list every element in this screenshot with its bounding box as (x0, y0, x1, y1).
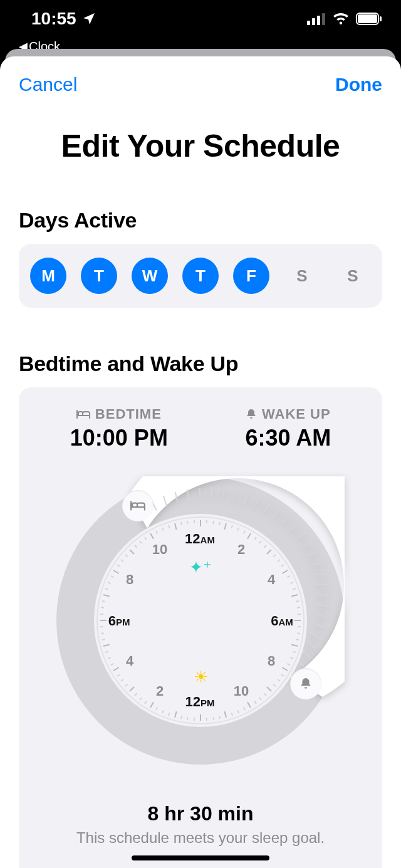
wake-label: WAKE UP (262, 406, 331, 422)
face-12pm: 12PM (185, 694, 215, 710)
location-icon (81, 11, 96, 26)
svg-rect-6 (380, 16, 382, 21)
home-indicator[interactable] (132, 855, 269, 860)
svg-line-19 (273, 510, 280, 518)
face-4: 4 (268, 572, 275, 588)
svg-line-32 (310, 632, 320, 638)
face-6pm: 6PM (108, 613, 130, 629)
page-title: Edit Your Schedule (0, 128, 401, 164)
face-12am: 12AM (185, 531, 215, 547)
duration-text: 8 hr 30 min (31, 802, 370, 825)
svg-rect-2 (317, 16, 320, 25)
face-4b: 4 (126, 653, 133, 669)
svg-line-11 (187, 489, 189, 500)
days-active-card: M T W T F S S (19, 244, 382, 308)
bedtime-value: 10:00 PM (70, 425, 168, 451)
days-active-heading: Days Active (19, 208, 382, 233)
day-toggle-sun[interactable]: S (335, 258, 371, 294)
svg-line-23 (302, 543, 312, 547)
done-button[interactable]: Done (335, 74, 382, 95)
svg-line-22 (296, 533, 305, 539)
battery-icon (356, 13, 382, 25)
svg-rect-0 (307, 21, 310, 25)
face-10b: 10 (152, 541, 167, 558)
svg-line-24 (307, 553, 318, 556)
day-toggle-wed[interactable]: W (132, 258, 168, 294)
sparkle-icon: ✦⁺ (189, 558, 212, 577)
status-bar: 10:55 (0, 0, 401, 38)
svg-line-21 (289, 525, 298, 531)
svg-line-16 (244, 494, 248, 504)
svg-rect-1 (312, 18, 315, 25)
bedtime-knob[interactable] (122, 490, 154, 521)
svg-line-30 (316, 614, 327, 618)
sun-icon: ☀ (194, 667, 208, 687)
svg-line-25 (311, 563, 322, 565)
bedtime-heading: Bedtime and Wake Up (19, 352, 382, 376)
face-2b: 2 (156, 683, 164, 699)
wake-knob[interactable] (290, 668, 321, 699)
edit-schedule-sheet: Cancel Done Edit Your Schedule Days Acti… (0, 56, 401, 868)
status-time: 10:55 (31, 9, 76, 29)
wake-value: 6:30 AM (245, 425, 331, 451)
face-6am: 6AM (271, 613, 293, 629)
svg-line-29 (317, 604, 328, 607)
face-8: 8 (268, 653, 275, 669)
svg-line-18 (264, 503, 270, 512)
day-toggle-thu[interactable]: T (182, 258, 219, 294)
goal-text: This schedule meets your sleep goal. (31, 829, 370, 847)
day-toggle-mon[interactable]: M (30, 258, 66, 294)
svg-line-28 (317, 594, 328, 596)
face-10: 10 (234, 683, 249, 699)
wake-column: WAKE UP 6:30 AM (245, 406, 331, 451)
svg-line-27 (316, 584, 327, 585)
cancel-button[interactable]: Cancel (19, 74, 77, 95)
svg-line-26 (314, 573, 325, 574)
bell-icon (246, 409, 257, 420)
day-toggle-tue[interactable]: T (81, 258, 117, 294)
day-toggle-fri[interactable]: F (233, 258, 269, 294)
svg-line-33 (306, 641, 316, 648)
bedtime-label: BEDTIME (95, 406, 162, 422)
svg-line-20 (281, 516, 289, 524)
bedtime-column: BEDTIME 10:00 PM (70, 406, 168, 451)
svg-line-14 (222, 489, 224, 499)
svg-line-17 (254, 498, 259, 508)
svg-rect-3 (322, 13, 325, 25)
bed-icon (76, 409, 90, 419)
svg-line-31 (313, 623, 324, 629)
svg-line-13 (211, 488, 212, 498)
cellular-icon (307, 13, 326, 25)
sleep-dial[interactable]: 12AM 2 4 6AM 8 10 12PM 2 4 6PM 8 10 ✦⁺ ☀ (56, 476, 345, 765)
status-right (307, 12, 382, 26)
face-2: 2 (237, 541, 245, 558)
wifi-icon (332, 12, 350, 26)
svg-line-15 (233, 491, 236, 501)
face-8b: 8 (126, 572, 133, 588)
sleep-card: BEDTIME 10:00 PM WAKE UP 6:30 AM (19, 387, 382, 868)
day-toggle-sat[interactable]: S (284, 258, 320, 294)
svg-rect-5 (358, 14, 377, 23)
